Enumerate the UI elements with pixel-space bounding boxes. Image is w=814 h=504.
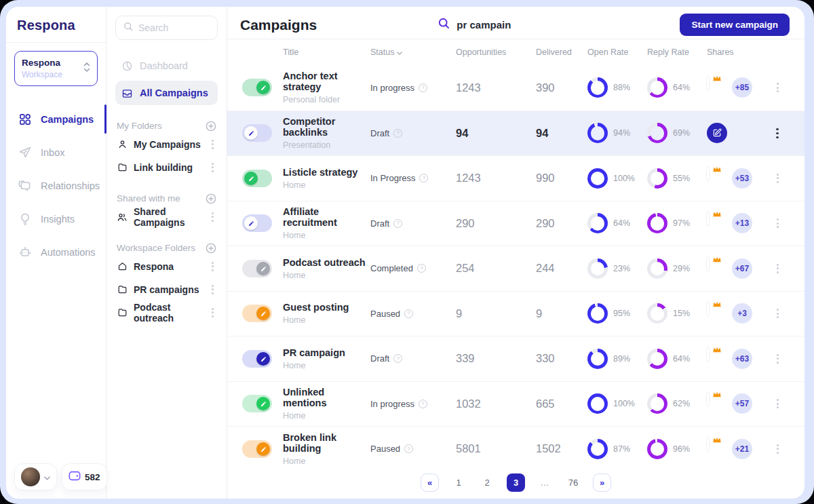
opportunities-value: 9 xyxy=(456,307,536,320)
row-kebab-menu[interactable] xyxy=(773,174,781,183)
campaign-toggle[interactable] xyxy=(242,305,272,322)
table-row[interactable]: Competitor backlinks Presentation Draft?… xyxy=(227,111,805,156)
avatar xyxy=(707,438,710,452)
sidebar-item-relationships[interactable]: Relationships xyxy=(6,169,106,202)
campaign-toggle[interactable] xyxy=(242,170,272,187)
shares-count-badge[interactable]: +21 xyxy=(732,439,752,459)
shares-count-badge[interactable]: +13 xyxy=(732,213,752,233)
campaign-toggle[interactable] xyxy=(242,124,272,142)
start-new-campaign-button[interactable]: Start new campaign xyxy=(680,14,790,36)
shares-count-badge[interactable]: +63 xyxy=(732,349,752,369)
campaign-folder: Home xyxy=(283,457,370,466)
row-kebab-menu[interactable] xyxy=(773,218,781,228)
row-kebab-menu[interactable] xyxy=(773,354,781,364)
edit-campaign-button[interactable] xyxy=(707,123,727,143)
folder-item-podcast-outreach[interactable]: Podcast outreach xyxy=(115,302,218,323)
person-icon xyxy=(117,139,128,150)
kebab-menu-icon[interactable] xyxy=(208,212,216,222)
table-row[interactable]: Podcast outreach Home Completed? 254 244… xyxy=(227,246,805,291)
reply-rate-value: 55% xyxy=(673,174,690,183)
add-folder-button[interactable] xyxy=(205,242,216,254)
folder-item-shared-campaigns[interactable]: Shared Campaigns xyxy=(115,206,218,227)
sidebar-item-automations[interactable]: Automations xyxy=(6,235,106,269)
campaign-toggle[interactable] xyxy=(242,79,272,96)
pagination-page-3[interactable]: 3 xyxy=(507,473,525,492)
pagination-next-button[interactable]: » xyxy=(593,473,611,492)
campaign-toggle[interactable] xyxy=(242,350,272,368)
campaign-toggle[interactable] xyxy=(242,214,272,232)
table-row[interactable]: Listicle strategy Home In Progress? 1243… xyxy=(227,155,805,201)
folder-item-my-campaigns[interactable]: My Campaigns xyxy=(115,134,218,155)
sidebar-item-insights[interactable]: Insights xyxy=(6,202,106,235)
panel-item-dashboard[interactable]: Dashboard xyxy=(115,54,218,78)
row-kebab-menu[interactable] xyxy=(773,444,781,454)
sidebar-item-inbox[interactable]: Inbox xyxy=(6,136,106,169)
crown-icon xyxy=(713,343,722,355)
user-menu[interactable] xyxy=(14,463,57,490)
kebab-menu-icon[interactable] xyxy=(208,285,216,294)
sidebar-item-campaigns[interactable]: Campaigns xyxy=(6,102,106,136)
status-label: Completed xyxy=(370,263,413,273)
row-kebab-menu[interactable] xyxy=(773,128,781,139)
kebab-menu-icon[interactable] xyxy=(208,308,216,317)
kebab-menu-icon[interactable] xyxy=(208,140,216,149)
panel-item-all-campaigns[interactable]: All Campaigns xyxy=(115,81,218,105)
table-row[interactable]: PR campaign Home Draft? 339 330 89% 64% … xyxy=(227,336,805,381)
campaign-title: Broken link building xyxy=(283,432,370,454)
folder-item-respona[interactable]: Respona xyxy=(115,256,218,277)
folder-item-link-building[interactable]: Link building xyxy=(115,157,218,178)
shares-count-badge[interactable]: +67 xyxy=(732,258,752,279)
avatar xyxy=(707,212,710,226)
search-icon xyxy=(438,18,450,32)
shared-user xyxy=(707,349,727,369)
shares-count-badge[interactable]: +57 xyxy=(732,393,752,414)
pagination-page-76[interactable]: 76 xyxy=(564,474,582,492)
avatar xyxy=(707,347,710,362)
table-row[interactable]: Anchor text strategy Personal folder In … xyxy=(227,65,805,111)
row-kebab-menu[interactable] xyxy=(773,399,781,408)
add-folder-button[interactable] xyxy=(205,120,216,132)
opportunities-value: 1032 xyxy=(456,398,536,410)
send-icon xyxy=(18,145,32,159)
table-row[interactable]: Broken link building Home Paused? 5801 1… xyxy=(227,426,805,471)
pagination-page-2[interactable]: 2 xyxy=(478,474,496,492)
people-icon xyxy=(117,212,128,222)
table-row[interactable]: Unlinked mentions Home In progress? 1032… xyxy=(227,381,805,427)
sidebar-search[interactable] xyxy=(115,16,218,40)
row-kebab-menu[interactable] xyxy=(773,264,781,273)
row-kebab-menu[interactable] xyxy=(773,83,781,92)
shares-count-badge[interactable]: +85 xyxy=(732,77,752,98)
kebab-menu-icon[interactable] xyxy=(208,262,216,271)
info-icon: ? xyxy=(393,219,402,228)
divider xyxy=(6,42,106,43)
workspace-type: Workspace xyxy=(22,70,62,79)
pagination-page-1[interactable]: 1 xyxy=(450,474,467,492)
pagination-prev-button[interactable]: « xyxy=(421,473,439,492)
campaign-toggle[interactable] xyxy=(242,260,272,277)
table-row[interactable]: Guest posting Home Paused? 9 9 95% 15% +… xyxy=(227,291,805,336)
reply-rate-ring xyxy=(647,258,667,279)
chat-icon xyxy=(18,178,32,193)
folder-section: Shared with me Shared Campaigns xyxy=(115,193,218,227)
shared-user xyxy=(707,213,727,233)
kebab-menu-icon[interactable] xyxy=(208,163,216,172)
sidebar-search-input[interactable] xyxy=(138,22,210,33)
status-label: Paused xyxy=(370,444,400,454)
workspace-switcher[interactable]: Respona Workspace xyxy=(14,51,98,86)
campaign-search[interactable] xyxy=(317,18,680,32)
credits-card[interactable]: 582 xyxy=(62,463,107,490)
shares-count-badge[interactable]: +3 xyxy=(732,303,752,324)
opportunities-value: 339 xyxy=(456,352,536,365)
delivered-value: 390 xyxy=(536,81,587,94)
shares-count-badge[interactable]: +53 xyxy=(732,168,752,189)
add-folder-button[interactable] xyxy=(205,193,216,204)
table-row[interactable]: Affiliate recruitment Home Draft? 290 29… xyxy=(227,201,805,246)
campaign-toggle[interactable] xyxy=(242,395,272,412)
campaign-search-input[interactable] xyxy=(457,19,558,31)
folder-icon xyxy=(117,284,128,295)
folder-item-pr-campaigns[interactable]: PR campaigns xyxy=(115,279,218,300)
col-status[interactable]: Status xyxy=(370,47,456,57)
campaign-toggle[interactable] xyxy=(242,440,272,458)
row-kebab-menu[interactable] xyxy=(773,309,781,318)
crown-icon xyxy=(713,253,722,265)
